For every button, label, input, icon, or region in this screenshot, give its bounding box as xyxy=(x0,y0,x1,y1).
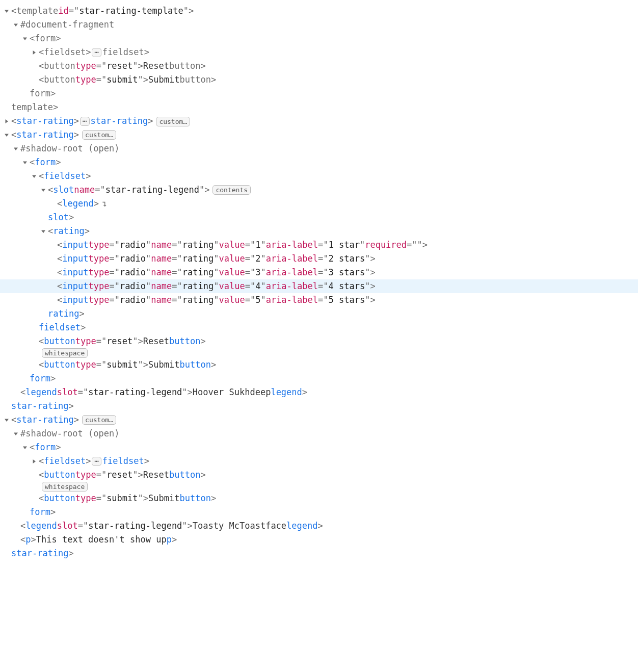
shadow-root[interactable]: #shadow-root (open) xyxy=(0,142,638,156)
expand-toggle-icon[interactable] xyxy=(31,458,38,465)
shadow-root[interactable]: #shadow-root (open) xyxy=(0,427,638,441)
expand-toggle-icon[interactable] xyxy=(40,228,47,235)
button-submit[interactable]: <button type="submit">Submitbutton> xyxy=(0,73,638,87)
expand-toggle-icon[interactable] xyxy=(3,118,10,125)
whitespace-badge[interactable]: whitespace xyxy=(42,482,88,492)
fieldset-collapsed[interactable]: <fieldset>⋯fieldset> xyxy=(0,45,638,59)
expand-toggle-icon[interactable] xyxy=(40,187,47,194)
custom-badge[interactable]: custom… xyxy=(82,130,116,140)
whitespace-row[interactable]: whitespace xyxy=(0,348,638,358)
star-rating-close[interactable]: star-rating> xyxy=(0,399,638,413)
document-fragment-label: #document-fragment xyxy=(20,18,114,32)
expand-toggle-icon[interactable] xyxy=(3,8,10,15)
legend-slotted[interactable]: <legend>↴ xyxy=(0,197,638,211)
custom-badge[interactable]: custom… xyxy=(156,117,190,126)
template-close[interactable]: template> xyxy=(0,100,638,114)
dom-tree: <template id="star-rating-template">#doc… xyxy=(0,4,638,560)
form-close[interactable]: form> xyxy=(0,505,638,519)
expand-toggle-icon[interactable] xyxy=(31,49,38,56)
input-radio[interactable]: <input type="radio" name="rating" value=… xyxy=(0,252,638,266)
document-fragment[interactable]: #document-fragment xyxy=(0,18,638,32)
star-rating-close[interactable]: star-rating> xyxy=(0,547,638,560)
shadow-root-label: #shadow-root (open) xyxy=(20,142,119,156)
button-submit[interactable]: <button type="submit">Submitbutton> xyxy=(0,358,638,372)
input-radio[interactable]: <input type="radio" name="rating" value=… xyxy=(0,279,638,293)
p-noshow[interactable]: <p>This text doesn't show upp> xyxy=(0,533,638,547)
expand-toggle-icon[interactable] xyxy=(3,132,10,139)
expand-toggle-icon[interactable] xyxy=(21,444,29,451)
form-open[interactable]: <form> xyxy=(0,441,638,454)
expand-toggle-icon[interactable] xyxy=(21,159,29,166)
whitespace-row[interactable]: whitespace xyxy=(0,482,638,492)
expand-toggle-icon[interactable] xyxy=(31,173,38,180)
expand-toggle-icon[interactable] xyxy=(3,417,10,424)
form-close[interactable]: form> xyxy=(0,87,638,100)
form-open[interactable]: <form> xyxy=(0,156,638,169)
fieldset-collapsed[interactable]: <fieldset>⋯ fieldset> xyxy=(0,454,638,468)
ellipsis-badge[interactable]: ⋯ xyxy=(92,457,101,466)
fieldset-open[interactable]: <fieldset> xyxy=(0,169,638,183)
legend-toasty[interactable]: <legend slot="star-rating-legend">Toasty… xyxy=(0,519,638,533)
input-radio[interactable]: <input type="radio" name="rating" value=… xyxy=(0,293,638,307)
expand-toggle-icon[interactable] xyxy=(12,430,19,437)
form-close[interactable]: form> xyxy=(0,372,638,385)
button-reset[interactable]: <button type="reset">Resetbutton> xyxy=(0,59,638,73)
button-submit[interactable]: <button type="submit">Submitbutton> xyxy=(0,492,638,505)
contents-badge[interactable]: contents xyxy=(212,185,251,195)
rating-open[interactable]: <rating> xyxy=(0,224,638,238)
whitespace-badge[interactable]: whitespace xyxy=(42,348,88,358)
star-rating-collapsed[interactable]: <star-rating>⋯ star-rating>custom… xyxy=(0,114,638,128)
rating-close[interactable]: rating> xyxy=(0,307,638,321)
input-radio[interactable]: <input type="radio" name="rating" value=… xyxy=(0,238,638,252)
expand-toggle-icon[interactable] xyxy=(12,145,19,152)
ellipsis-badge[interactable]: ⋯ xyxy=(80,117,89,126)
template-open[interactable]: <template id="star-rating-template"> xyxy=(0,4,638,18)
button-reset[interactable]: <button type="reset">Resetbutton> xyxy=(0,334,638,348)
slot-close[interactable]: slot> xyxy=(0,211,638,224)
ellipsis-badge[interactable]: ⋯ xyxy=(92,48,101,57)
fieldset-close[interactable]: fieldset> xyxy=(0,321,638,334)
star-rating-open[interactable]: <star-rating>custom… xyxy=(0,128,638,142)
reveal-arrow-icon[interactable]: ↴ xyxy=(102,197,107,211)
form-open[interactable]: <form> xyxy=(0,32,638,45)
star-rating-open-2[interactable]: <star-rating>custom… xyxy=(0,413,638,427)
button-reset[interactable]: <button type="reset">Resetbutton> xyxy=(0,468,638,482)
expand-toggle-icon[interactable] xyxy=(12,21,19,29)
legend-hoover[interactable]: <legend slot="star-rating-legend">Hoover… xyxy=(0,385,638,399)
slot-open[interactable]: <slot name="star-rating-legend">contents xyxy=(0,183,638,197)
expand-toggle-icon[interactable] xyxy=(21,35,29,42)
custom-badge[interactable]: custom… xyxy=(82,415,116,425)
input-radio[interactable]: <input type="radio" name="rating" value=… xyxy=(0,266,638,279)
shadow-root-label: #shadow-root (open) xyxy=(20,427,119,441)
